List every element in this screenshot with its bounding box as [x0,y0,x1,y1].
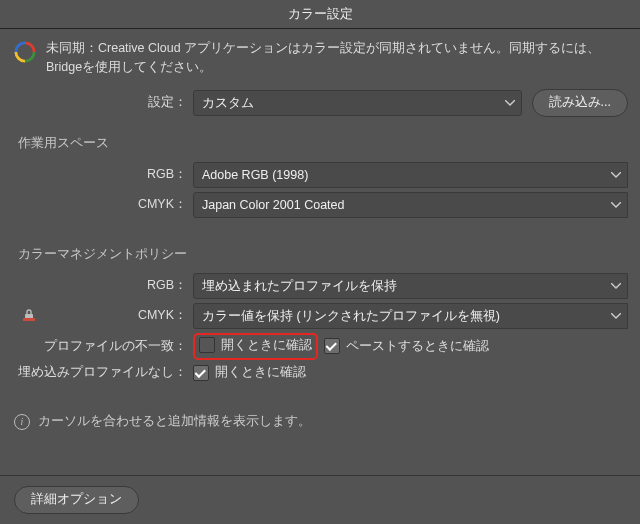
info-icon: i [14,414,30,430]
chevron-down-icon [505,100,515,106]
missing-profile-row: 埋め込みプロファイルなし： 開くときに確認 [0,364,640,381]
missing-open-label: 開くときに確認 [215,364,306,381]
chevron-down-icon [611,313,621,319]
mismatch-paste-label: ペーストするときに確認 [346,338,489,355]
footer-bar: 詳細オプション [0,475,640,524]
sync-warning-text: 未同期：Creative Cloud アプリケーションはカラー設定が同期されてい… [46,39,626,77]
workspace-rgb-value: Adobe RGB (1998) [202,168,308,182]
advanced-options-button[interactable]: 詳細オプション [14,486,139,514]
chevron-down-icon [611,202,621,208]
profile-mismatch-label: プロファイルの不一致： [12,338,193,355]
policy-cmyk-value: カラー値を保持 (リンクされたプロファイルを無視) [202,309,500,323]
svg-rect-2 [23,318,35,321]
policy-rgb-row: RGB： 埋め込まれたプロファイルを保持 [0,273,640,299]
workspace-rgb-select[interactable]: Adobe RGB (1998) [193,162,628,188]
policy-section-title: カラーマネジメントポリシー [0,232,640,269]
policy-rgb-label: RGB： [12,277,193,294]
checkbox-icon [199,337,215,353]
lock-icon [22,308,38,324]
load-button[interactable]: 読み込み... [532,89,628,117]
policy-cmyk-row: CMYK： カラー値を保持 (リンクされたプロファイルを無視) [0,303,640,329]
chevron-down-icon [611,283,621,289]
settings-label: 設定： [12,94,193,111]
missing-profile-label: 埋め込みプロファイルなし： [12,364,193,381]
settings-value: カスタム [202,96,254,110]
missing-open-checkbox[interactable]: 開くときに確認 [193,364,306,381]
settings-select[interactable]: カスタム [193,90,522,116]
checkbox-checked-icon [193,365,209,381]
workspace-cmyk-value: Japan Color 2001 Coated [202,198,344,212]
policy-rgb-value: 埋め込まれたプロファイルを保持 [202,279,397,293]
checkbox-checked-icon [324,338,340,354]
chevron-down-icon [611,172,621,178]
profile-mismatch-row: プロファイルの不一致： 開くときに確認 ペーストするときに確認 [0,333,640,361]
mismatch-open-label: 開くときに確認 [221,337,312,354]
sync-warning-row: 未同期：Creative Cloud アプリケーションはカラー設定が同期されてい… [0,29,640,85]
warning-body: Creative Cloud アプリケーションはカラー設定が同期されていません。… [46,41,600,74]
workspace-rgb-row: RGB： Adobe RGB (1998) [0,162,640,188]
workspace-rgb-label: RGB： [12,166,193,183]
creative-cloud-icon [14,41,36,63]
info-row: i カーソルを合わせると追加情報を表示します。 [0,395,640,430]
mismatch-open-checkbox[interactable]: 開くときに確認 [199,337,312,354]
policy-rgb-select[interactable]: 埋め込まれたプロファイルを保持 [193,273,628,299]
workspace-cmyk-select[interactable]: Japan Color 2001 Coated [193,192,628,218]
warning-prefix: 未同期： [46,41,98,55]
settings-row: 設定： カスタム 読み込み... [0,89,640,117]
dialog-body: 未同期：Creative Cloud アプリケーションはカラー設定が同期されてい… [0,29,640,524]
policy-cmyk-select[interactable]: カラー値を保持 (リンクされたプロファイルを無視) [193,303,628,329]
highlight-box: 開くときに確認 [193,333,318,361]
workspace-section-title: 作業用スペース [0,121,640,158]
workspace-cmyk-row: CMYK： Japan Color 2001 Coated [0,192,640,218]
workspace-cmyk-label: CMYK： [12,196,193,213]
window-title: カラー設定 [0,0,640,29]
mismatch-paste-checkbox[interactable]: ペーストするときに確認 [324,338,489,355]
info-text: カーソルを合わせると追加情報を表示します。 [38,413,311,430]
policy-cmyk-label: CMYK： [12,307,193,324]
